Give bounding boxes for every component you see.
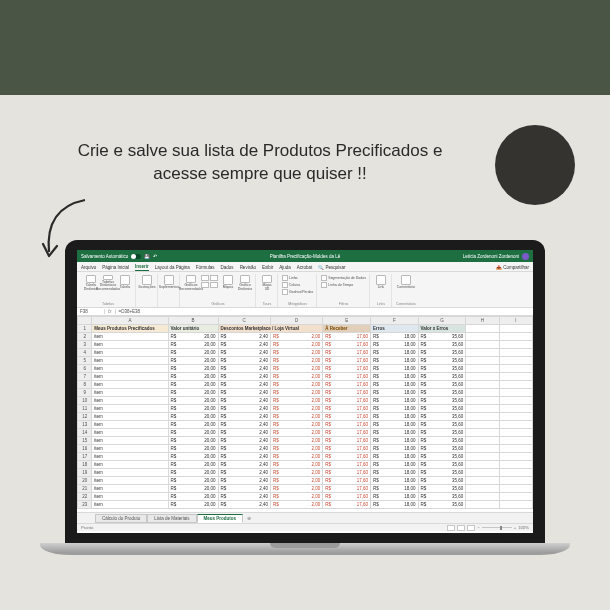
page-break-view-button[interactable]	[467, 525, 475, 531]
btn-segmentacao[interactable]: Segmentação de Dados	[321, 275, 366, 281]
ribbon-group-minigraficos: Linha Coluna Ganhos/Perdas Minigráficos	[279, 274, 317, 307]
search-box[interactable]: 🔍 Pesquisar	[318, 265, 345, 271]
btn-tabela[interactable]: Tabela	[118, 275, 132, 291]
worksheet-grid[interactable]: A B C D E F G H I 1 Meus Produtos Precif…	[77, 316, 533, 512]
zoom-in-button[interactable]: +	[514, 525, 516, 530]
title-row[interactable]: 1 Meus Produtos Precificados Valor unitá…	[78, 325, 533, 333]
table-row[interactable]: 18itemR$20,00R$2,40R$2,00R$17,60R$18,00R…	[78, 461, 533, 469]
autosave-toggle[interactable]	[131, 254, 141, 259]
btn-linha-tempo[interactable]: Linha do Tempo	[321, 282, 353, 288]
formula-input[interactable]: =D38+E38	[116, 309, 141, 314]
share-button[interactable]: 📤 Compartilhar	[496, 265, 529, 271]
ribbon-group-filtros: Segmentação de Dados Linha do Tempo Filt…	[318, 274, 370, 307]
sheet-tab-bar: Cálculo do Produto Lista de Materiais Me…	[77, 512, 533, 523]
table-row[interactable]: 11itemR$20,00R$2,40R$2,00R$17,60R$18,00R…	[78, 405, 533, 413]
tab-layout[interactable]: Layout da Página	[155, 265, 190, 271]
excel-screen: Salvamento Automático 💾 ↶ Planilha Preci…	[77, 250, 533, 533]
btn-comentario[interactable]: Comentário	[399, 275, 413, 291]
laptop-mockup: Salvamento Automático 💾 ↶ Planilha Preci…	[40, 240, 570, 610]
sheet-tab-materiais[interactable]: Lista de Materiais	[147, 514, 196, 523]
table-row[interactable]: 12itemR$20,00R$2,40R$2,00R$17,60R$18,00R…	[78, 413, 533, 421]
status-text: Pronto	[81, 525, 93, 530]
laptop-notch	[270, 543, 340, 548]
btn-sparkline-linha[interactable]: Linha	[282, 275, 298, 281]
zoom-out-button[interactable]: −	[477, 525, 479, 530]
name-box[interactable]: F38	[77, 309, 105, 314]
new-sheet-button[interactable]: ⊕	[243, 516, 255, 521]
formula-bar: F38 fx =D38+E38	[77, 308, 533, 316]
btn-grafico-dinamico[interactable]: Gráfico Dinâmico	[238, 275, 252, 291]
btn-link[interactable]: Link	[374, 275, 388, 291]
chart-type-gallery[interactable]	[201, 275, 218, 291]
table-row[interactable]: 2itemR$20,00R$2,40R$2,00R$17,60R$18,00R$…	[78, 333, 533, 341]
select-all-cell[interactable]	[78, 317, 92, 325]
table-row[interactable]: 17itemR$20,00R$2,40R$2,00R$17,60R$18,00R…	[78, 453, 533, 461]
btn-ilustracoes[interactable]: Ilustrações	[140, 275, 154, 291]
save-icon[interactable]: 💾	[144, 254, 150, 259]
normal-view-button[interactable]	[447, 525, 455, 531]
tab-pagina-inicial[interactable]: Página Inicial	[102, 265, 129, 271]
laptop-bezel: Salvamento Automático 💾 ↶ Planilha Preci…	[65, 240, 545, 545]
ribbon-group-tabelas: Tabela Dinâmica Tabelas Dinâmicas Recome…	[81, 274, 136, 307]
table-row[interactable]: 5itemR$20,00R$2,40R$2,00R$17,60R$18,00R$…	[78, 357, 533, 365]
ribbon-group-ilustracoes: Ilustrações	[137, 274, 158, 307]
column-headers[interactable]: A B C D E F G H I	[78, 317, 533, 325]
table-row[interactable]: 16itemR$20,00R$2,40R$2,00R$17,60R$18,00R…	[78, 445, 533, 453]
btn-mapa-3d[interactable]: Mapa 3D	[260, 275, 274, 291]
table-row[interactable]: 7itemR$20,00R$2,40R$2,00R$17,60R$18,00R$…	[78, 373, 533, 381]
table-row[interactable]: 3itemR$20,00R$2,40R$2,00R$17,60R$18,00R$…	[78, 341, 533, 349]
ribbon: Tabela Dinâmica Tabelas Dinâmicas Recome…	[77, 272, 533, 308]
page-layout-view-button[interactable]	[457, 525, 465, 531]
ribbon-group-tours: Mapa 3D Tours	[257, 274, 278, 307]
user-name: Letícia Zordenoni Zordenoni	[463, 254, 519, 259]
btn-mapas[interactable]: Mapas	[221, 275, 235, 291]
btn-suplementos[interactable]: Suplementos	[162, 275, 176, 291]
tab-ajuda[interactable]: Ajuda	[279, 265, 291, 271]
tab-dados[interactable]: Dados	[221, 265, 234, 271]
ribbon-group-comentarios: Comentário Comentários	[393, 274, 419, 307]
promo-line2: acesse sempre que quiser !!	[153, 164, 367, 183]
table-row[interactable]: 9itemR$20,00R$2,40R$2,00R$17,60R$18,00R$…	[78, 389, 533, 397]
undo-icon[interactable]: ↶	[153, 254, 157, 259]
ribbon-group-graficos: Gráficos Recomendados Mapas Gráfico Dinâ…	[181, 274, 256, 307]
table-row[interactable]: 6itemR$20,00R$2,40R$2,00R$17,60R$18,00R$…	[78, 365, 533, 373]
sheet-tab-meus-produtos[interactable]: Meus Produtos	[197, 514, 244, 523]
table-row[interactable]: 22itemR$20,00R$2,40R$2,00R$17,60R$18,00R…	[78, 493, 533, 501]
sheet-tab-calculo[interactable]: Cálculo do Produto	[95, 514, 147, 523]
zoom-slider[interactable]	[482, 527, 512, 528]
zoom-level[interactable]: 100%	[518, 525, 529, 530]
table-row[interactable]: 20itemR$20,00R$2,40R$2,00R$17,60R$18,00R…	[78, 477, 533, 485]
tab-revisao[interactable]: Revisão	[240, 265, 256, 271]
table-row[interactable]: 10itemR$20,00R$2,40R$2,00R$17,60R$18,00R…	[78, 397, 533, 405]
tab-acrobat[interactable]: Acrobat	[297, 265, 313, 271]
table-row[interactable]: 15itemR$20,00R$2,40R$2,00R$17,60R$18,00R…	[78, 437, 533, 445]
table-row[interactable]: 23itemR$20,00R$2,40R$2,00R$17,60R$18,00R…	[78, 501, 533, 509]
table-row[interactable]: 14itemR$20,00R$2,40R$2,00R$17,60R$18,00R…	[78, 429, 533, 437]
btn-sparkline-ganhos[interactable]: Ganhos/Perdas	[282, 289, 313, 295]
document-title: Planilha Precificação-Moldes da Lê	[270, 254, 340, 259]
autosave-label: Salvamento Automático	[81, 254, 128, 259]
fx-icon[interactable]: fx	[105, 309, 116, 314]
promo-text: Crie e salve sua lista de Produtos Preci…	[50, 140, 470, 186]
btn-graficos-recomendados[interactable]: Gráficos Recomendados	[184, 275, 198, 291]
table-row[interactable]: 8itemR$20,00R$2,40R$2,00R$17,60R$18,00R$…	[78, 381, 533, 389]
tab-formulas[interactable]: Fórmulas	[196, 265, 215, 271]
table-row[interactable]: 19itemR$20,00R$2,40R$2,00R$17,60R$18,00R…	[78, 469, 533, 477]
excel-titlebar: Salvamento Automático 💾 ↶ Planilha Preci…	[77, 250, 533, 262]
ribbon-group-links: Link Links	[371, 274, 392, 307]
status-bar: Pronto − + 100%	[77, 523, 533, 531]
btn-sparkline-coluna[interactable]: Coluna	[282, 282, 300, 288]
tab-arquivo[interactable]: Arquivo	[81, 265, 96, 271]
avatar[interactable]	[522, 253, 529, 260]
ribbon-group-suplementos: Suplementos	[159, 274, 180, 307]
promo-line1: Crie e salve sua lista de Produtos Preci…	[78, 141, 443, 160]
ribbon-tabs: Arquivo Página Inicial Inserir Layout da…	[77, 262, 533, 272]
table-row[interactable]: 21itemR$20,00R$2,40R$2,00R$17,60R$18,00R…	[78, 485, 533, 493]
top-decor-band	[0, 0, 610, 95]
btn-tabelas-recomendadas[interactable]: Tabelas Dinâmicas Recomendadas	[101, 275, 115, 291]
table-row[interactable]: 13itemR$20,00R$2,40R$2,00R$17,60R$18,00R…	[78, 421, 533, 429]
decor-circle	[495, 125, 575, 205]
table-row[interactable]: 4itemR$20,00R$2,40R$2,00R$17,60R$18,00R$…	[78, 349, 533, 357]
tab-inserir[interactable]: Inserir	[135, 264, 149, 271]
tab-exibir[interactable]: Exibir	[262, 265, 273, 271]
